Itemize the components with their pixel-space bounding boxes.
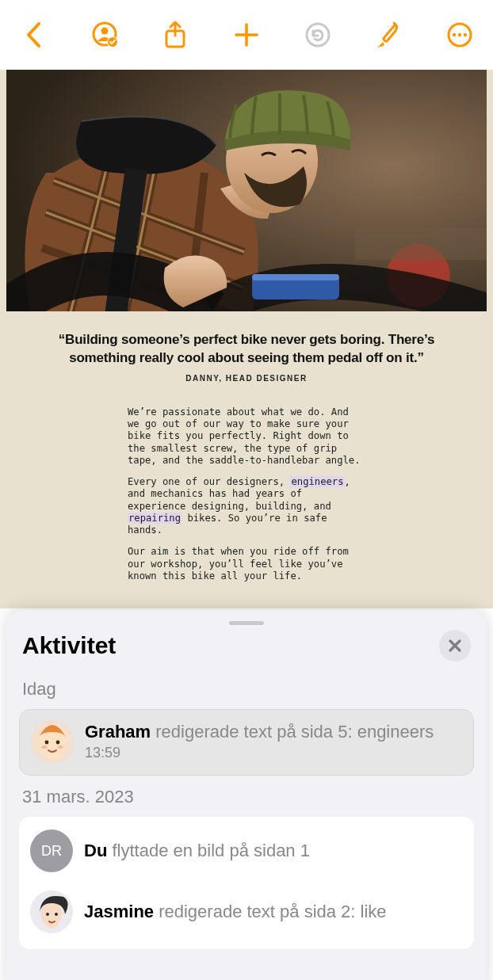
paragraph[interactable]: Every one of our designers, engineers, a… [128,476,365,536]
paragraph[interactable]: Our aim is that when you ride off from o… [128,546,365,582]
svg-point-20 [42,745,48,749]
activity-item[interactable]: Jasmine redigerade text på sida 2: like [30,890,387,933]
paragraph[interactable]: We’re passionate about what we do. And w… [128,406,365,467]
document-canvas[interactable]: “Building someone’s perfect bike never g… [0,70,493,608]
activity-time: 13:59 [85,745,434,761]
svg-point-21 [58,745,63,749]
quote-attribution[interactable]: DANNY, HEAD DESIGNER [0,374,493,383]
activity-text: Jasmine redigerade text på sida 2: like [84,901,387,923]
more-button[interactable] [436,11,483,59]
sheet-grabber[interactable] [229,621,264,625]
close-button[interactable] [439,630,471,662]
avatar: DR [30,829,73,872]
svg-point-24 [55,913,58,916]
svg-rect-16 [252,274,339,280]
add-button[interactable] [223,11,270,59]
svg-point-9 [464,33,467,36]
format-brush-button[interactable] [365,11,412,59]
svg-point-8 [458,33,461,36]
svg-point-23 [46,913,49,916]
svg-point-19 [56,741,60,745]
back-button[interactable] [10,11,57,59]
hero-image [6,70,487,311]
share-button[interactable] [151,11,199,59]
undo-button[interactable] [294,11,342,59]
svg-point-18 [45,741,49,745]
highlight-repairing[interactable]: repairing [128,513,182,524]
avatar [30,890,73,933]
highlight-engineers[interactable]: engineers [290,476,344,487]
memoji-icon [31,721,74,764]
activity-sheet: Aktivitet Idag Graham redigerade text på… [6,610,487,980]
svg-rect-12 [355,228,487,260]
svg-point-7 [453,33,456,36]
activity-text: Graham redigerade text på sida 5: engine… [85,721,434,743]
section-label-today: Idag [6,668,487,709]
memoji-icon [30,890,73,933]
pull-quote[interactable]: “Building someone’s perfect bike never g… [32,331,461,368]
activity-item[interactable]: DR Du flyttade en bild på sidan 1 [30,829,310,872]
close-icon [448,639,462,653]
sheet-title: Aktivitet [22,632,116,659]
collaboration-button[interactable] [81,11,128,59]
section-label-date: 31 mars. 2023 [6,776,487,817]
activity-item[interactable]: Graham redigerade text på sida 5: engine… [19,709,474,776]
svg-point-1 [101,28,108,35]
avatar [31,721,74,764]
body-text[interactable]: We’re passionate about what we do. And w… [128,406,365,582]
toolbar [0,0,493,70]
activity-text: Du flyttade en bild på sidan 1 [84,840,310,862]
